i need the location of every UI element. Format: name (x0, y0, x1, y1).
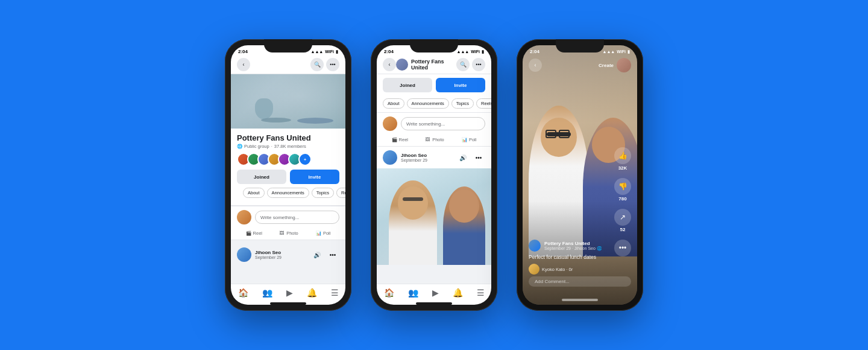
back-button-2[interactable]: ‹ (383, 58, 396, 71)
tab-announcements-2[interactable]: Announcements (407, 98, 449, 109)
media-buttons-1: 🎬 Reel 🖼 Photo 📊 Poll (231, 228, 345, 240)
group-type-1: Public group (244, 144, 269, 149)
comment-placeholder: Add Comment... (535, 279, 625, 284)
post-header-2: Jihoon Seo September 29 🔊 ••• (377, 147, 491, 168)
status-icons-2: ▲▲▲ WiFi ▮ (456, 49, 484, 54)
status-icons-1: ▲▲▲ WiFi ▮ (310, 49, 338, 54)
poll-btn-2[interactable]: 📊 Poll (462, 137, 477, 142)
nav-bell-1[interactable]: 🔔 (307, 288, 317, 298)
write-input-1[interactable]: Write something... (255, 211, 339, 224)
tab-about-1[interactable]: About (243, 188, 265, 198)
post-info-1: Jihoon Seo September 29 (255, 250, 281, 259)
tab-about-2[interactable]: About (383, 98, 404, 109)
post-image-2 (377, 168, 491, 265)
reels-group-row: Pottery Fans United September 29 · Jihoo… (529, 240, 607, 252)
search-icon-1[interactable]: 🔍 (310, 58, 324, 71)
pottery-plate (261, 118, 291, 122)
tab-reels-1[interactable]: Reels (336, 188, 345, 198)
invite-button-1[interactable]: Invite (290, 170, 339, 184)
reels-bottom-info: Pottery Fans United September 29 · Jihoo… (529, 240, 607, 275)
nav-watch-2[interactable]: ▶ (432, 288, 439, 298)
screen-1: 2:04 ▲▲▲ WiFi ▮ ‹ 🔍 ••• (231, 45, 345, 305)
status-time-1: 2:04 (238, 49, 248, 54)
create-label-3: Create (599, 63, 614, 68)
notch-1 (264, 39, 312, 52)
nav-bell-2[interactable]: 🔔 (453, 288, 463, 298)
write-box-2: Write something... (377, 112, 491, 135)
dislike-action[interactable]: 👎 780 (614, 178, 631, 202)
post-avatar-1 (237, 247, 251, 262)
group-info-1: Pottery Fans United 🌐 Public group · 37.… (231, 129, 345, 206)
post-preview-1: Jihoon Seo September 29 🔊 ••• (231, 244, 345, 266)
reels-top-nav: ‹ Create (523, 56, 637, 75)
photo-btn-1[interactable]: 🖼 Photo (280, 231, 298, 236)
battery-icon: ▮ (336, 49, 338, 54)
tab-topics-2[interactable]: Topics (451, 98, 474, 109)
back-button-3[interactable]: ‹ (529, 59, 542, 72)
group-meta-1: 🌐 Public group · 37.8K members (237, 144, 339, 149)
battery-icon-3: ▮ (627, 49, 630, 54)
tab-announcements-1[interactable]: Announcements (267, 188, 309, 198)
tab-reels-2[interactable]: Reels (476, 98, 491, 109)
create-group: Create (599, 58, 631, 72)
nav-group-avatar-2 (396, 59, 408, 71)
pottery-cup (255, 98, 273, 119)
nav-icons-right-1: 🔍 ••• (310, 58, 339, 71)
write-input-2[interactable]: Write something... (401, 117, 485, 130)
search-icon-2[interactable]: 🔍 (456, 58, 470, 71)
nav-watch-1[interactable]: ▶ (286, 288, 293, 298)
poll-icon-1: 📊 (316, 231, 321, 236)
post-card-2: Jihoon Seo September 29 🔊 ••• (377, 147, 491, 284)
nav-home-2[interactable]: 🏠 (384, 288, 394, 298)
nav-menu-1[interactable]: ☰ (331, 288, 339, 298)
phone-1: 2:04 ▲▲▲ WiFi ▮ ‹ 🔍 ••• (225, 39, 351, 311)
more-post-icon-2[interactable]: ••• (472, 151, 485, 164)
tab-topics-1[interactable]: Topics (312, 188, 334, 198)
post-name-2: Jihoon Seo (401, 153, 427, 158)
post-avatar-2 (383, 150, 397, 165)
person-head-1 (398, 186, 428, 220)
post-actions-2: 🔊 ••• (456, 151, 485, 164)
reels-comment-row: Kyoko Kato · 0r (529, 264, 607, 275)
more-post-icon-1[interactable]: ••• (326, 248, 339, 261)
more-icon-1[interactable]: ••• (326, 58, 339, 71)
reels-comment-input[interactable]: Add Comment... (529, 276, 631, 287)
battery-icon-2: ▮ (482, 49, 484, 54)
tab-bar-2: About Announcements Topics Reels (377, 98, 491, 112)
reel-btn-2[interactable]: 🎬 Reel (392, 137, 408, 142)
tab-bar-1: About Announcements Topics Reels (237, 188, 339, 202)
photo-btn-2[interactable]: 🖼 Photo (426, 137, 444, 142)
poll-btn-1[interactable]: 📊 Poll (316, 231, 331, 236)
more-icon-3: ••• (614, 240, 631, 256)
more-icon-2[interactable]: ••• (472, 58, 485, 71)
dot-sep: · (271, 144, 272, 149)
screen-2: 2:04 ▲▲▲ WiFi ▮ ‹ Pottery Fans United 🔍 … (377, 45, 491, 305)
photo-icon-2: 🖼 (426, 137, 430, 142)
more-action[interactable]: ••• (614, 240, 631, 256)
reels-meta: September 29 · Jihoon Seo 🌐 (544, 246, 602, 251)
joined-button-2[interactable]: Joined (383, 78, 432, 92)
status-time-3: 2:04 (530, 49, 539, 54)
write-placeholder-2: Write something... (406, 121, 445, 127)
back-button-1[interactable]: ‹ (237, 58, 250, 71)
home-indicator-3 (562, 299, 598, 301)
wifi-icon: WiFi (325, 49, 334, 54)
nav-groups-2[interactable]: 👥 (408, 288, 418, 298)
volume-icon-1[interactable]: 🔊 (310, 248, 324, 261)
invite-button-2[interactable]: Invite (436, 78, 485, 92)
reels-group-text: Pottery Fans United September 29 · Jihoo… (544, 241, 602, 251)
bottom-nav-1: 🏠 👥 ▶ 🔔 ☰ (231, 284, 345, 300)
reel-btn-1[interactable]: 🎬 Reel (246, 231, 262, 236)
nav-menu-2[interactable]: ☰ (477, 288, 485, 298)
phone-3: 2:04 ▲▲▲ WiFi ▮ ‹ Create 👍 32K (517, 39, 643, 311)
share-action[interactable]: ↗ 52 (614, 209, 631, 232)
joined-button-1[interactable]: Joined (237, 170, 286, 184)
reel-icon-2: 🎬 (392, 137, 397, 142)
nav-home-1[interactable]: 🏠 (238, 288, 248, 298)
home-indicator-1 (270, 302, 306, 305)
volume-icon-2[interactable]: 🔊 (456, 151, 470, 164)
nav-groups-1[interactable]: 👥 (262, 288, 272, 298)
poll-icon-2: 📊 (462, 137, 467, 142)
write-placeholder-1: Write something... (260, 215, 299, 220)
like-action[interactable]: 👍 32K (614, 147, 631, 171)
